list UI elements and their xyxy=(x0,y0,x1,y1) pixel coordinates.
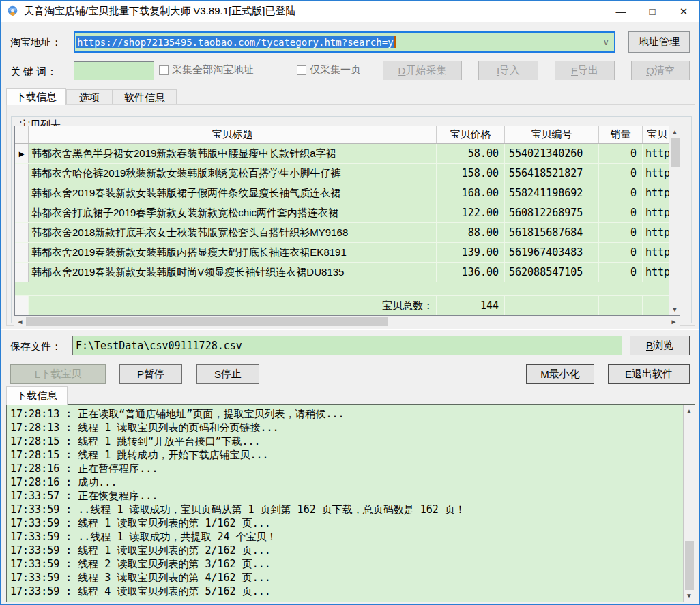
log-line: 17:33:59 : 线程 1 读取宝贝列表的第 1/162 页... xyxy=(10,516,682,530)
log-line: 17:28:15 : 线程 1 跳转到“开放平台接口”下载... xyxy=(10,434,682,448)
stop-button[interactable]: S停止 xyxy=(196,364,259,384)
header-id[interactable]: 宝贝编号 xyxy=(505,126,599,143)
item-link: http xyxy=(643,243,669,262)
table-row[interactable]: 韩都衣舍2019春装新款女装韩版裙子假两件条纹显瘦长袖气质连衣裙168.0055… xyxy=(15,183,669,203)
table-row[interactable]: 韩都衣舍打底裙子2019春季新款女装新款宽松chic两件套内搭连衣裙122.00… xyxy=(15,203,669,223)
log-line: 17:33:59 : 线程 1 读取宝贝列表的第 2/162 页... xyxy=(10,544,682,557)
total-value: 144 xyxy=(437,296,505,315)
header-price[interactable]: 宝贝价格 xyxy=(437,126,505,143)
header-selector xyxy=(15,126,29,143)
item-link: http xyxy=(643,164,669,183)
item-price: 158.00 xyxy=(437,164,505,183)
table-row[interactable]: 韩都衣舍2019春装新款女装韩版内搭显瘦大码打底长袖连衣裙EK8191139.0… xyxy=(15,243,669,263)
tab-software-info[interactable]: 软件信息 xyxy=(113,89,177,105)
exit-button[interactable]: E退出软件 xyxy=(608,364,690,384)
table-total-row: 宝贝总数： 144 xyxy=(15,295,669,315)
minimize-icon[interactable]: — xyxy=(605,1,637,22)
maximize-icon[interactable]: □ xyxy=(637,1,668,22)
scroll-down-icon[interactable]: ▼ xyxy=(684,590,695,602)
collect-all-checkbox[interactable]: 采集全部淘宝地址 xyxy=(159,63,254,76)
address-label: 淘宝地址： xyxy=(10,36,61,49)
save-path-input[interactable]: F:\TestData\csv09111728.csv xyxy=(72,336,622,355)
download-info-tabpage: 宝贝列表 宝贝标题 宝贝价格 宝贝编号 销量 宝贝 ▶韩都衣舍黑色半身裙女201… xyxy=(6,104,695,326)
item-sales: 0 xyxy=(599,243,643,262)
table-row[interactable]: 韩都衣舍哈伦裤2019秋装新款女装韩版刺绣宽松百搭学生小脚牛仔裤158.0055… xyxy=(15,164,669,183)
export-button[interactable]: E导出 xyxy=(555,61,615,80)
log-panel[interactable]: 17:28:13 : 正在读取“普通店铺地址”页面，提取宝贝列表，请稍候...1… xyxy=(6,404,695,602)
header-title[interactable]: 宝贝标题 xyxy=(29,126,437,143)
chevron-down-icon[interactable]: ∨ xyxy=(602,37,609,47)
item-link: http xyxy=(643,183,669,203)
app-window: 天音淘宝店铺/宝贝批量下载复制大师 V3.89.1[正式版]已登陆 — □ ✕ … xyxy=(0,0,700,605)
table-body: ▶韩都衣舍黑色半身裙女2019新款春装韩版中腰显瘦中长款针织a字裙58.0055… xyxy=(15,144,669,282)
checkbox-box-icon[interactable] xyxy=(297,65,306,75)
clear-button[interactable]: Q清空 xyxy=(631,61,690,80)
item-sales: 0 xyxy=(599,164,643,183)
item-id: 561967403483 xyxy=(505,243,599,262)
scroll-up-icon[interactable]: ▲ xyxy=(669,126,681,138)
header-sales[interactable]: 销量 xyxy=(599,126,643,143)
item-id: 560812268975 xyxy=(505,203,599,222)
scroll-up-icon[interactable]: ▲ xyxy=(684,405,695,417)
address-value[interactable]: https://shop72135495.taobao.com/tycatego… xyxy=(76,36,394,48)
log-vertical-scrollbar[interactable]: ▲ ▼ xyxy=(683,405,695,602)
item-price: 168.00 xyxy=(437,183,505,203)
address-combobox[interactable]: https://shop72135495.taobao.com/tycatego… xyxy=(74,31,615,53)
log-line: 17:28:13 : 线程 1 读取宝贝列表的页码和分页链接... xyxy=(10,421,682,434)
one-page-label: 仅采集一页 xyxy=(310,63,361,76)
app-logo-icon xyxy=(7,5,18,17)
item-id: 556418521827 xyxy=(505,164,599,183)
scroll-right-icon[interactable]: ► xyxy=(668,316,680,327)
table-empty-area xyxy=(15,282,669,295)
scroll-left-icon[interactable]: ◄ xyxy=(14,316,26,327)
table-row[interactable]: ▶韩都衣舍黑色半身裙女2019新款春装韩版中腰显瘦中长款针织a字裙58.0055… xyxy=(15,144,669,164)
table-row[interactable]: 韩都衣舍2018新款打底毛衣女士秋装韩版宽松套头百搭针织衫MY916888.00… xyxy=(15,223,669,243)
log-line: 17:33:59 : ..线程 1 读取成功，共提取 24 个宝贝！ xyxy=(10,530,682,544)
minimize-app-button[interactable]: M最小化 xyxy=(526,364,594,384)
log-line: 17:33:57 : 正在恢复程序... xyxy=(10,489,682,503)
section-divider xyxy=(1,329,699,330)
log-line: 17:33:59 : 线程 4 读取宝贝列表的第 5/162 页... xyxy=(10,585,682,598)
save-file-label: 保存文件： xyxy=(10,340,61,353)
log-line: 17:33:59 : ..线程 1 读取成功，宝贝页码从第 1 页到第 162 … xyxy=(10,503,682,516)
log-line: 17:28:16 : 正在暂停程序... xyxy=(10,462,682,475)
log-line: 17:28:13 : 正在读取“普通店铺地址”页面，提取宝贝列表，请稍候... xyxy=(10,407,682,421)
pause-button[interactable]: P暂停 xyxy=(119,364,182,384)
window-title: 天音淘宝店铺/宝贝批量下载复制大师 V3.89.1[正式版]已登陆 xyxy=(24,5,295,18)
tab-log-download-info[interactable]: 下载信息 xyxy=(6,386,68,405)
table-horizontal-scrollbar[interactable]: ◄ ► xyxy=(14,316,680,327)
row-selector xyxy=(15,203,29,222)
header-link[interactable]: 宝贝 xyxy=(643,126,669,143)
scrollbar-thumb[interactable] xyxy=(671,138,680,167)
table-row[interactable]: 韩都衣舍2019春装新款女装韩版时尚V领显瘦长袖针织连衣裙DU8135136.0… xyxy=(15,263,669,282)
browse-button[interactable]: B浏览 xyxy=(630,336,690,355)
item-price: 136.00 xyxy=(437,263,505,282)
item-title: 韩都衣舍2018新款打底毛衣女士秋装韩版宽松套头百搭针织衫MY9168 xyxy=(29,223,437,242)
close-icon[interactable]: ✕ xyxy=(668,1,699,22)
item-id: 562088547105 xyxy=(505,263,599,282)
item-title: 韩都衣舍2019春装新款女装韩版裙子假两件条纹显瘦长袖气质连衣裙 xyxy=(29,183,437,203)
scrollbar-thumb[interactable] xyxy=(685,541,694,590)
download-items-button[interactable]: L下载宝贝 xyxy=(10,364,106,384)
row-selector: ▶ xyxy=(15,144,29,163)
total-label: 宝贝总数： xyxy=(29,296,437,315)
log-line: 17:33:59 : 线程 3 读取宝贝列表的第 4/162 页... xyxy=(10,571,682,585)
table-header: 宝贝标题 宝贝价格 宝贝编号 销量 宝贝 xyxy=(15,126,669,144)
log-text[interactable]: 17:28:13 : 正在读取“普通店铺地址”页面，提取宝贝列表，请稍候...1… xyxy=(7,405,683,602)
tab-download-info[interactable]: 下载信息 xyxy=(6,88,66,105)
start-collect-button[interactable]: D开始采集 xyxy=(383,61,462,80)
log-line: 17:28:16 : 成功... xyxy=(10,475,682,489)
keyword-input[interactable] xyxy=(74,61,154,80)
item-title: 韩都衣舍哈伦裤2019秋装新款女装韩版刺绣宽松百搭学生小脚牛仔裤 xyxy=(29,164,437,183)
one-page-checkbox[interactable]: 仅采集一页 xyxy=(297,63,361,76)
item-link: http xyxy=(643,203,669,222)
scrollbar-thumb[interactable] xyxy=(26,317,388,326)
address-manage-button[interactable]: 地址管理 xyxy=(628,31,690,53)
tab-options[interactable]: 选项 xyxy=(66,89,113,105)
import-button[interactable]: I导入 xyxy=(478,61,538,80)
row-selector xyxy=(15,243,29,262)
checkbox-box-icon[interactable] xyxy=(159,65,169,75)
table-vertical-scrollbar[interactable]: ▲ ▼ xyxy=(669,126,680,315)
item-price: 88.00 xyxy=(437,223,505,242)
scroll-down-icon[interactable]: ▼ xyxy=(669,304,681,315)
